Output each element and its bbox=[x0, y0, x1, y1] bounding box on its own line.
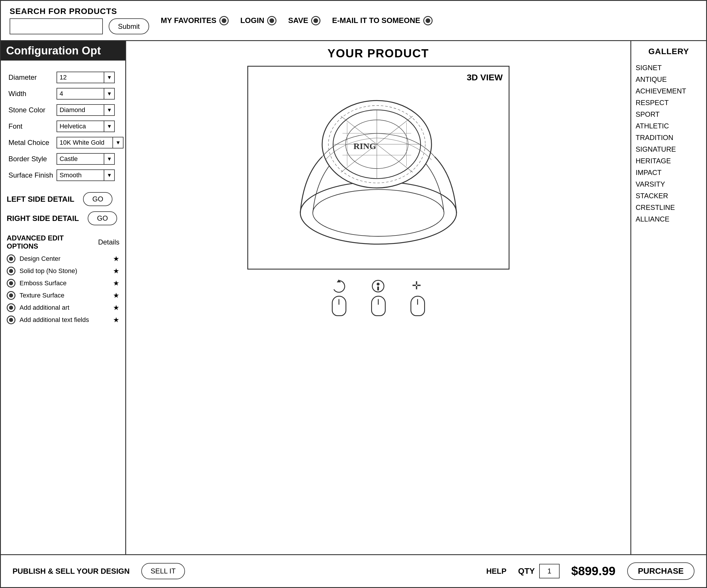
gallery-item-13[interactable]: ALLIANCE bbox=[636, 213, 702, 225]
star-icon-4: ★ bbox=[113, 304, 120, 312]
gallery-item-3[interactable]: RESPECT bbox=[636, 97, 702, 109]
width-select[interactable]: 4 ▼ bbox=[57, 88, 115, 100]
svg-point-1 bbox=[312, 189, 444, 236]
svg-point-17 bbox=[377, 283, 379, 286]
advanced-radio-1[interactable] bbox=[7, 267, 15, 275]
advanced-item-label-1: Solid top (No Stone) bbox=[20, 267, 77, 275]
right-side-detail-row: RIGHT SIDE DETAIL GO bbox=[7, 211, 120, 225]
advanced-radio-5[interactable] bbox=[7, 316, 15, 324]
svg-point-0 bbox=[300, 182, 456, 244]
my-favorites-radio[interactable] bbox=[220, 16, 229, 25]
surface-finish-select[interactable]: Smooth ▼ bbox=[57, 170, 115, 181]
view-label: 3D VIEW bbox=[467, 72, 503, 82]
login-label: LOGIN bbox=[240, 16, 264, 25]
advanced-item-3[interactable]: Texture Surface ★ bbox=[7, 291, 120, 300]
publish-text: PUBLISH & SELL YOUR DESIGN bbox=[12, 567, 130, 576]
width-label: Width bbox=[7, 85, 55, 102]
mouse-icon-rotate bbox=[332, 296, 346, 316]
advanced-radio-4[interactable] bbox=[7, 303, 15, 312]
width-arrow[interactable]: ▼ bbox=[104, 88, 114, 99]
gallery-item-6[interactable]: TRADITION bbox=[636, 132, 702, 144]
product-image-box: 3D VIEW bbox=[247, 66, 509, 269]
nav-items: MY FAVORITES LOGIN SAVE E-MAIL IT TO SOM… bbox=[161, 16, 433, 25]
advanced-item-4[interactable]: Add additional art ★ bbox=[7, 303, 120, 312]
gallery-item-12[interactable]: CRESTLINE bbox=[636, 202, 702, 213]
mouse-icon-zoom bbox=[371, 296, 386, 316]
gallery-item-10[interactable]: VARSITY bbox=[636, 178, 702, 190]
rotate-control[interactable] bbox=[331, 278, 347, 316]
advanced-header: ADVANCED EDIT OPTIONS Details bbox=[7, 234, 120, 250]
svg-text:RING: RING bbox=[354, 141, 376, 151]
advanced-radio-2[interactable] bbox=[7, 279, 15, 288]
qty-section: QTY bbox=[518, 564, 560, 578]
diameter-select[interactable]: 12 ▼ bbox=[57, 72, 115, 83]
metal-choice-select[interactable]: 10K White Gold ▼ bbox=[57, 137, 124, 148]
gallery-item-5[interactable]: ATHLETIC bbox=[636, 120, 702, 132]
email-nav[interactable]: E-MAIL IT TO SOMEONE bbox=[332, 16, 432, 25]
star-icon-3: ★ bbox=[113, 291, 120, 299]
left-side-label: LEFT SIDE DETAIL bbox=[7, 195, 74, 204]
details-link[interactable]: Details bbox=[98, 238, 120, 246]
controls-row: ✛ bbox=[331, 278, 426, 316]
advanced-item-1[interactable]: Solid top (No Stone) ★ bbox=[7, 267, 120, 275]
diameter-arrow[interactable]: ▼ bbox=[104, 72, 114, 83]
left-side-detail-row: LEFT SIDE DETAIL GO bbox=[7, 192, 120, 206]
zoom-control[interactable] bbox=[370, 278, 386, 316]
width-row: Width 4 ▼ bbox=[7, 85, 125, 102]
qty-label: QTY bbox=[518, 566, 535, 576]
font-arrow[interactable]: ▼ bbox=[104, 121, 114, 132]
right-side-go-button[interactable]: GO bbox=[88, 211, 117, 225]
border-style-select[interactable]: Castle ▼ bbox=[57, 153, 115, 165]
advanced-item-0[interactable]: Design Center ★ bbox=[7, 254, 120, 263]
advanced-radio-3[interactable] bbox=[7, 291, 15, 300]
my-favorites-nav[interactable]: MY FAVORITES bbox=[161, 16, 229, 25]
gallery-item-7[interactable]: SIGNATURE bbox=[636, 144, 702, 155]
login-radio[interactable] bbox=[267, 16, 276, 25]
email-radio[interactable] bbox=[423, 16, 433, 25]
save-radio[interactable] bbox=[311, 16, 321, 25]
sell-button[interactable]: SELL IT bbox=[141, 563, 185, 579]
stone-color-row: Stone Color Diamond ▼ bbox=[7, 102, 125, 118]
left-side-go-button[interactable]: GO bbox=[83, 192, 112, 206]
border-style-arrow[interactable]: ▼ bbox=[104, 154, 114, 164]
svg-text:✛: ✛ bbox=[412, 280, 421, 292]
font-select[interactable]: Helvetica ▼ bbox=[57, 120, 115, 132]
price-display: $899.99 bbox=[571, 564, 615, 578]
gallery-item-9[interactable]: IMPACT bbox=[636, 167, 702, 178]
gallery-item-4[interactable]: SPORT bbox=[636, 109, 702, 120]
login-nav[interactable]: LOGIN bbox=[240, 16, 276, 25]
save-label: SAVE bbox=[288, 16, 308, 25]
gallery-item-11[interactable]: STACKER bbox=[636, 190, 702, 202]
gallery-item-0[interactable]: SIGNET bbox=[636, 62, 702, 74]
qty-input[interactable] bbox=[539, 564, 560, 578]
right-panel: GALLERY SIGNET ANTIQUE ACHIEVEMENT RESPE… bbox=[630, 41, 706, 554]
surface-finish-row: Surface Finish Smooth ▼ bbox=[7, 167, 125, 183]
advanced-item-5[interactable]: Add additional text fields ★ bbox=[7, 316, 120, 324]
gallery-title: GALLERY bbox=[636, 47, 702, 56]
search-input[interactable] bbox=[10, 19, 103, 34]
gallery-item-1[interactable]: ANTIQUE bbox=[636, 74, 702, 85]
side-detail-section: LEFT SIDE DETAIL GO RIGHT SIDE DETAIL GO bbox=[7, 192, 120, 225]
diameter-value: 12 bbox=[57, 72, 104, 83]
border-style-row: Border Style Castle ▼ bbox=[7, 151, 125, 167]
gallery-item-8[interactable]: HERITAGE bbox=[636, 155, 702, 167]
stone-color-arrow[interactable]: ▼ bbox=[104, 105, 114, 115]
stone-color-value: Diamond bbox=[57, 105, 104, 115]
save-nav[interactable]: SAVE bbox=[288, 16, 321, 25]
purchase-button[interactable]: PURCHASE bbox=[627, 562, 695, 580]
stone-color-select[interactable]: Diamond ▼ bbox=[57, 104, 115, 116]
move-icon: ✛ bbox=[410, 278, 426, 294]
surface-finish-arrow[interactable]: ▼ bbox=[104, 170, 114, 181]
advanced-item-label-5: Add additional text fields bbox=[20, 316, 89, 324]
submit-button[interactable]: Submit bbox=[109, 19, 149, 34]
advanced-item-label-0: Design Center bbox=[20, 255, 61, 263]
advanced-edit-label: ADVANCED EDIT OPTIONS bbox=[7, 234, 92, 250]
advanced-radio-0[interactable] bbox=[7, 254, 15, 263]
advanced-item-2[interactable]: Emboss Surface ★ bbox=[7, 279, 120, 288]
bottom-bar: PUBLISH & SELL YOUR DESIGN SELL IT HELP … bbox=[1, 555, 706, 587]
move-control[interactable]: ✛ bbox=[410, 278, 426, 316]
advanced-section: ADVANCED EDIT OPTIONS Details Design Cen… bbox=[7, 234, 120, 328]
gallery-item-2[interactable]: ACHIEVEMENT bbox=[636, 85, 702, 97]
metal-choice-arrow[interactable]: ▼ bbox=[112, 137, 123, 148]
metal-choice-value: 10K White Gold bbox=[57, 137, 112, 148]
